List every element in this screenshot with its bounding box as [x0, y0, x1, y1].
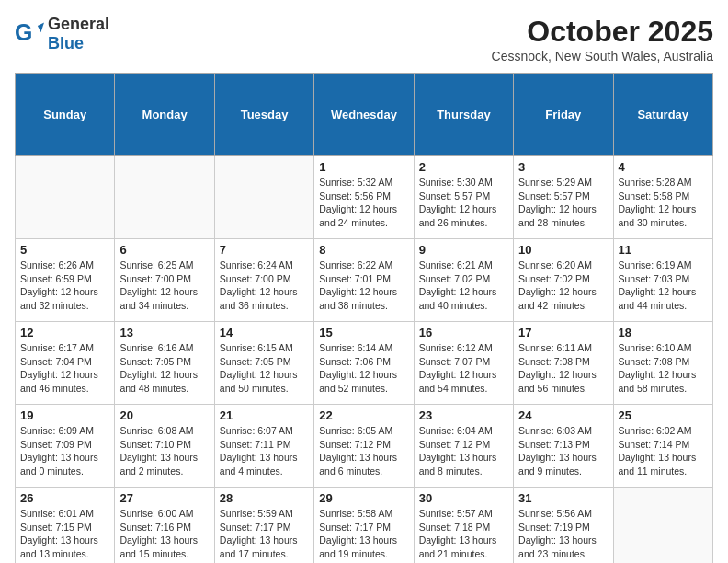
day-info: Sunrise: 6:24 AM Sunset: 7:00 PM Dayligh… [220, 259, 309, 313]
cell-w4-d5: 31Sunrise: 5:56 AM Sunset: 7:19 PM Dayli… [514, 488, 613, 564]
cell-w2-d4: 16Sunrise: 6:12 AM Sunset: 7:07 PM Dayli… [414, 322, 513, 405]
day-number: 9 [419, 243, 508, 257]
cell-w0-d3: 1Sunrise: 5:32 AM Sunset: 5:56 PM Daylig… [314, 156, 414, 239]
day-info: Sunrise: 5:59 AM Sunset: 7:17 PM Dayligh… [220, 507, 309, 561]
cell-w4-d3: 29Sunrise: 5:58 AM Sunset: 7:17 PM Dayli… [314, 488, 414, 564]
day-info: Sunrise: 5:56 AM Sunset: 7:19 PM Dayligh… [518, 507, 608, 561]
cell-w3-d3: 22Sunrise: 6:05 AM Sunset: 7:12 PM Dayli… [314, 405, 414, 488]
day-number: 25 [619, 408, 708, 422]
day-number: 15 [319, 326, 408, 339]
day-info: Sunrise: 5:28 AM Sunset: 5:58 PM Dayligh… [619, 176, 708, 230]
col-header-tuesday: Tuesday [214, 74, 313, 156]
cell-w0-d4: 2Sunrise: 5:30 AM Sunset: 5:57 PM Daylig… [414, 156, 513, 239]
cell-w3-d4: 23Sunrise: 6:04 AM Sunset: 7:12 PM Dayli… [414, 405, 513, 488]
day-number: 29 [319, 491, 408, 505]
day-number: 8 [319, 243, 408, 257]
cell-w2-d1: 13Sunrise: 6:16 AM Sunset: 7:05 PM Dayli… [115, 322, 214, 405]
cell-w2-d6: 18Sunrise: 6:10 AM Sunset: 7:08 PM Dayli… [613, 322, 712, 405]
day-info: Sunrise: 6:25 AM Sunset: 7:00 PM Dayligh… [119, 259, 209, 313]
day-info: Sunrise: 5:57 AM Sunset: 7:18 PM Dayligh… [419, 507, 508, 561]
day-number: 11 [619, 243, 708, 257]
month-title: October 2025 [492, 15, 713, 49]
col-header-thursday: Thursday [414, 74, 513, 156]
day-info: Sunrise: 6:26 AM Sunset: 6:59 PM Dayligh… [20, 259, 109, 313]
col-header-saturday: Saturday [613, 74, 712, 156]
day-number: 23 [419, 408, 508, 422]
day-number: 14 [220, 326, 309, 339]
day-info: Sunrise: 5:30 AM Sunset: 5:57 PM Dayligh… [419, 176, 508, 230]
day-info: Sunrise: 6:11 AM Sunset: 7:08 PM Dayligh… [518, 341, 608, 396]
cell-w3-d5: 24Sunrise: 6:03 AM Sunset: 7:13 PM Dayli… [514, 405, 613, 488]
day-number: 27 [119, 491, 209, 505]
day-info: Sunrise: 6:04 AM Sunset: 7:12 PM Dayligh… [419, 424, 508, 478]
cell-w1-d6: 11Sunrise: 6:19 AM Sunset: 7:03 PM Dayli… [613, 239, 712, 322]
col-header-monday: Monday [115, 74, 214, 156]
svg-marker-1 [38, 23, 44, 33]
cell-w4-d0: 26Sunrise: 6:01 AM Sunset: 7:15 PM Dayli… [16, 488, 115, 564]
day-number: 16 [419, 326, 508, 339]
day-number: 19 [20, 408, 109, 422]
cell-w4-d4: 30Sunrise: 5:57 AM Sunset: 7:18 PM Dayli… [414, 488, 513, 564]
cell-w0-d0 [16, 156, 115, 239]
col-header-wednesday: Wednesday [314, 74, 414, 156]
day-number: 17 [518, 326, 608, 339]
day-number: 2 [419, 160, 508, 174]
day-number: 21 [220, 408, 309, 422]
day-info: Sunrise: 6:09 AM Sunset: 7:09 PM Dayligh… [20, 424, 109, 478]
cell-w1-d3: 8Sunrise: 6:22 AM Sunset: 7:01 PM Daylig… [314, 239, 414, 322]
day-info: Sunrise: 6:14 AM Sunset: 7:06 PM Dayligh… [319, 341, 408, 396]
cell-w0-d1 [115, 156, 214, 239]
day-number: 5 [20, 243, 109, 257]
cell-w3-d0: 19Sunrise: 6:09 AM Sunset: 7:09 PM Dayli… [16, 405, 115, 488]
day-info: Sunrise: 6:22 AM Sunset: 7:01 PM Dayligh… [319, 259, 408, 313]
day-info: Sunrise: 6:15 AM Sunset: 7:05 PM Dayligh… [220, 341, 309, 396]
day-info: Sunrise: 6:03 AM Sunset: 7:13 PM Dayligh… [518, 424, 608, 478]
logo-blue-text: Blue [48, 34, 109, 53]
day-number: 10 [518, 243, 608, 257]
cell-w3-d2: 21Sunrise: 6:07 AM Sunset: 7:11 PM Dayli… [214, 405, 313, 488]
day-info: Sunrise: 6:08 AM Sunset: 7:10 PM Dayligh… [119, 424, 209, 478]
cell-w0-d6: 4Sunrise: 5:28 AM Sunset: 5:58 PM Daylig… [613, 156, 712, 239]
logo-icon: G [15, 19, 44, 49]
cell-w1-d0: 5Sunrise: 6:26 AM Sunset: 6:59 PM Daylig… [16, 239, 115, 322]
cell-w1-d2: 7Sunrise: 6:24 AM Sunset: 7:00 PM Daylig… [214, 239, 313, 322]
svg-text:G: G [15, 19, 32, 45]
cell-w3-d1: 20Sunrise: 6:08 AM Sunset: 7:10 PM Dayli… [115, 405, 214, 488]
title-block: October 2025 Cessnock, New South Wales, … [492, 15, 713, 63]
cell-w3-d6: 25Sunrise: 6:02 AM Sunset: 7:14 PM Dayli… [613, 405, 712, 488]
logo-general-text: General [48, 15, 109, 34]
cell-w1-d5: 10Sunrise: 6:20 AM Sunset: 7:02 PM Dayli… [514, 239, 613, 322]
day-info: Sunrise: 6:19 AM Sunset: 7:03 PM Dayligh… [619, 259, 708, 313]
day-number: 18 [619, 326, 708, 339]
day-info: Sunrise: 6:12 AM Sunset: 7:07 PM Dayligh… [419, 341, 508, 396]
calendar-table: SundayMondayTuesdayWednesdayThursdayFrid… [15, 73, 713, 563]
day-info: Sunrise: 6:00 AM Sunset: 7:16 PM Dayligh… [119, 507, 209, 561]
day-info: Sunrise: 6:02 AM Sunset: 7:14 PM Dayligh… [619, 424, 708, 478]
col-header-friday: Friday [514, 74, 613, 156]
day-info: Sunrise: 5:29 AM Sunset: 5:57 PM Dayligh… [518, 176, 608, 230]
day-number: 26 [20, 491, 109, 505]
cell-w1-d1: 6Sunrise: 6:25 AM Sunset: 7:00 PM Daylig… [115, 239, 214, 322]
cell-w4-d1: 27Sunrise: 6:00 AM Sunset: 7:16 PM Dayli… [115, 488, 214, 564]
day-info: Sunrise: 6:05 AM Sunset: 7:12 PM Dayligh… [319, 424, 408, 478]
page-header: G General Blue October 2025 Cessnock, Ne… [15, 15, 713, 63]
cell-w2-d3: 15Sunrise: 6:14 AM Sunset: 7:06 PM Dayli… [314, 322, 414, 405]
day-number: 6 [119, 243, 209, 257]
cell-w4-d6 [613, 488, 712, 564]
cell-w0-d5: 3Sunrise: 5:29 AM Sunset: 5:57 PM Daylig… [514, 156, 613, 239]
cell-w2-d0: 12Sunrise: 6:17 AM Sunset: 7:04 PM Dayli… [16, 322, 115, 405]
cell-w2-d2: 14Sunrise: 6:15 AM Sunset: 7:05 PM Dayli… [214, 322, 313, 405]
day-info: Sunrise: 6:07 AM Sunset: 7:11 PM Dayligh… [220, 424, 309, 478]
cell-w1-d4: 9Sunrise: 6:21 AM Sunset: 7:02 PM Daylig… [414, 239, 513, 322]
location: Cessnock, New South Wales, Australia [492, 49, 713, 63]
day-number: 7 [220, 243, 309, 257]
day-info: Sunrise: 6:20 AM Sunset: 7:02 PM Dayligh… [518, 259, 608, 313]
day-number: 30 [419, 491, 508, 505]
day-info: Sunrise: 6:21 AM Sunset: 7:02 PM Dayligh… [419, 259, 508, 313]
day-info: Sunrise: 6:16 AM Sunset: 7:05 PM Dayligh… [119, 341, 209, 396]
day-number: 12 [20, 326, 109, 339]
day-info: Sunrise: 6:01 AM Sunset: 7:15 PM Dayligh… [20, 507, 109, 561]
day-info: Sunrise: 6:10 AM Sunset: 7:08 PM Dayligh… [619, 341, 708, 396]
day-number: 24 [518, 408, 608, 422]
day-number: 13 [119, 326, 209, 339]
